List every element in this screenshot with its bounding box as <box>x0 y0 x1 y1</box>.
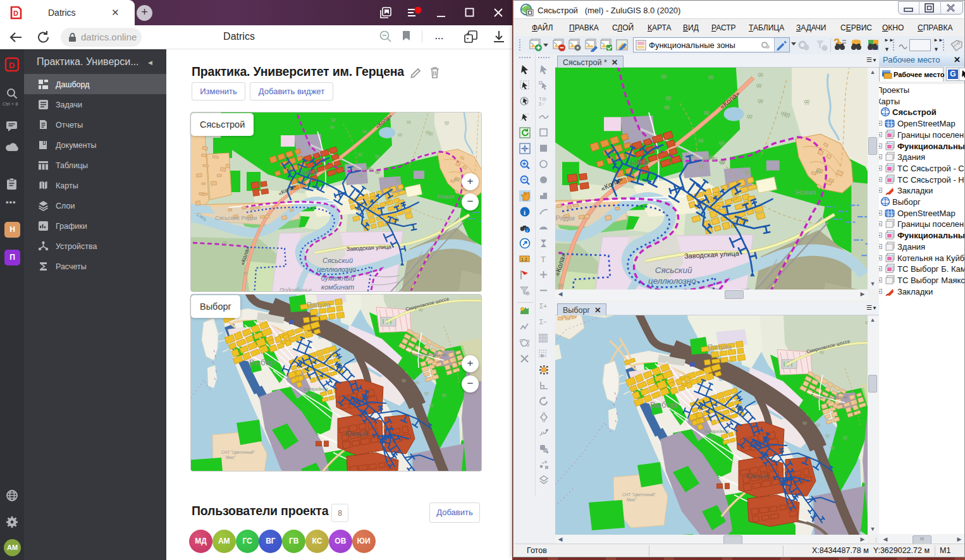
svg-text:T: T <box>541 255 546 264</box>
svg-text:TILE: TILE <box>886 212 894 216</box>
svg-text:D: D <box>13 9 18 17</box>
svg-text:Σ+: Σ+ <box>539 303 547 310</box>
svg-text:Σ−: Σ− <box>539 319 547 326</box>
svg-text:TILE: TILE <box>886 123 894 127</box>
svg-text:i: i <box>527 228 528 233</box>
svg-text:i: i <box>524 209 526 216</box>
svg-text:1 2: 1 2 <box>521 257 527 262</box>
svg-text:D: D <box>9 61 15 70</box>
svg-text:Σ~: Σ~ <box>539 101 545 107</box>
